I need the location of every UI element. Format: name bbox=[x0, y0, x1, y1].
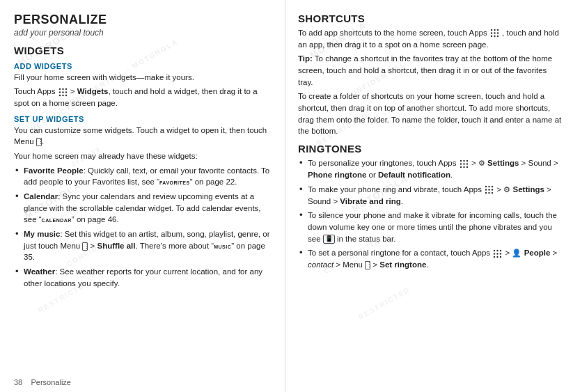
ringtone-bullet-1: To personalize your ringtones, touch App… bbox=[298, 157, 562, 181]
page-number: 38 bbox=[14, 378, 22, 386]
main-title: PERSONALIZE bbox=[14, 13, 274, 28]
svg-point-5 bbox=[65, 91, 66, 93]
ringtones-heading: RINGTONES bbox=[298, 143, 562, 155]
apps-icon-2 bbox=[490, 29, 499, 38]
svg-point-18 bbox=[460, 159, 462, 161]
svg-point-43 bbox=[497, 256, 499, 258]
menu-icon-2: ⋮ bbox=[82, 242, 88, 251]
page-container: MOTOROLA CONFIDENTIAL - MOTOROLA RESTRIC… bbox=[0, 0, 573, 392]
svg-point-8 bbox=[65, 95, 66, 96]
svg-point-41 bbox=[500, 253, 501, 254]
svg-point-24 bbox=[460, 166, 462, 167]
bullet-calendar: Calendar: Sync your calendars and review… bbox=[14, 191, 274, 226]
svg-point-26 bbox=[466, 166, 468, 167]
shortcuts-para1: To add app shortcuts to the home screen,… bbox=[298, 27, 562, 50]
bullet-favorite-people: Favorite People: Quickly call, text, or … bbox=[14, 165, 274, 188]
setup-widgets-subheading: SET UP WIDGETS bbox=[14, 115, 274, 123]
widgets-heading: WIDGETS bbox=[14, 45, 274, 56]
shortcuts-para2: To create a folder of shortcuts on your … bbox=[298, 91, 562, 137]
page-footer: 38 Personalize bbox=[14, 378, 71, 386]
svg-point-17 bbox=[497, 36, 499, 37]
svg-point-2 bbox=[65, 88, 66, 90]
svg-point-11 bbox=[497, 29, 499, 31]
ringtone-bullet-2: To make your phone ring and vibrate, tou… bbox=[298, 184, 562, 207]
menu-icon-1: ⋮ bbox=[36, 138, 42, 146]
settings-icon-1: ⚙ bbox=[478, 158, 485, 169]
apps-icon-5 bbox=[493, 249, 502, 258]
svg-point-22 bbox=[463, 163, 464, 164]
setup-widgets-para2: Your home screen may already have these … bbox=[14, 150, 274, 162]
ringtone-bullet-4: To set a personal ringtone for a contact… bbox=[298, 247, 562, 271]
svg-point-13 bbox=[494, 33, 495, 34]
shortcuts-heading: SHORTCUTS bbox=[298, 13, 562, 24]
ringtone-bullet-3: To silence your phone and make it vibrat… bbox=[298, 210, 562, 244]
vibrate-status-icon: 📳 bbox=[323, 235, 335, 244]
svg-point-15 bbox=[491, 36, 492, 37]
widgets-list: Favorite People: Quickly call, text, or … bbox=[14, 165, 274, 290]
svg-point-29 bbox=[492, 186, 493, 187]
page-label: Personalize bbox=[31, 378, 70, 386]
svg-point-12 bbox=[491, 33, 492, 34]
svg-point-19 bbox=[463, 159, 464, 161]
apps-icon-3 bbox=[460, 159, 469, 168]
add-widgets-para2: Touch Apps > Widgets, touch and hold a w… bbox=[14, 86, 274, 109]
svg-point-3 bbox=[58, 91, 60, 93]
svg-point-42 bbox=[494, 256, 495, 258]
bullet-weather: Weather: See weather reports for your cu… bbox=[14, 266, 274, 289]
svg-point-35 bbox=[492, 192, 493, 194]
add-widgets-subheading: ADD WIDGETS bbox=[14, 62, 274, 70]
svg-point-6 bbox=[58, 95, 60, 96]
main-subtitle: add your personal touch bbox=[14, 28, 274, 38]
svg-point-16 bbox=[494, 36, 495, 37]
svg-point-39 bbox=[494, 253, 495, 254]
svg-point-21 bbox=[460, 163, 462, 164]
svg-point-33 bbox=[485, 192, 487, 194]
svg-point-37 bbox=[497, 250, 499, 251]
svg-point-10 bbox=[494, 29, 495, 31]
add-widgets-para1: Fill your home screen with widgets—make … bbox=[14, 72, 274, 84]
svg-point-27 bbox=[485, 186, 487, 187]
svg-point-1 bbox=[62, 88, 63, 90]
svg-point-30 bbox=[485, 189, 487, 190]
svg-point-38 bbox=[500, 250, 501, 251]
svg-point-0 bbox=[58, 88, 60, 90]
tip-text: Tip: To change a shortcut in the favorit… bbox=[298, 53, 562, 88]
svg-point-31 bbox=[488, 189, 489, 190]
settings-icon-2: ⚙ bbox=[503, 185, 510, 196]
svg-point-36 bbox=[494, 250, 495, 251]
bullet-my-music: My music: Set this widget to an artist, … bbox=[14, 228, 274, 263]
setup-widgets-para1: You can customize some widgets. Touch a … bbox=[14, 125, 274, 148]
ringtones-list: To personalize your ringtones, touch App… bbox=[298, 157, 562, 271]
svg-point-44 bbox=[500, 256, 501, 258]
svg-point-23 bbox=[466, 163, 468, 164]
right-column: SHORTCUTS To add app shortcuts to the ho… bbox=[285, 0, 573, 392]
left-column: PERSONALIZE add your personal touch WIDG… bbox=[0, 0, 285, 392]
svg-point-40 bbox=[497, 253, 499, 254]
svg-point-34 bbox=[488, 192, 489, 194]
svg-point-4 bbox=[62, 91, 63, 93]
svg-point-28 bbox=[488, 186, 489, 187]
svg-point-32 bbox=[492, 189, 493, 190]
svg-point-20 bbox=[466, 159, 468, 161]
menu-icon-3: ⋮ bbox=[365, 261, 370, 269]
svg-point-25 bbox=[463, 166, 464, 167]
svg-point-7 bbox=[62, 95, 63, 96]
people-icon-1: 👤 bbox=[512, 248, 521, 259]
apps-icon-1 bbox=[58, 88, 68, 97]
svg-point-14 bbox=[497, 33, 499, 34]
svg-point-9 bbox=[491, 29, 492, 31]
apps-icon-4 bbox=[485, 185, 494, 194]
